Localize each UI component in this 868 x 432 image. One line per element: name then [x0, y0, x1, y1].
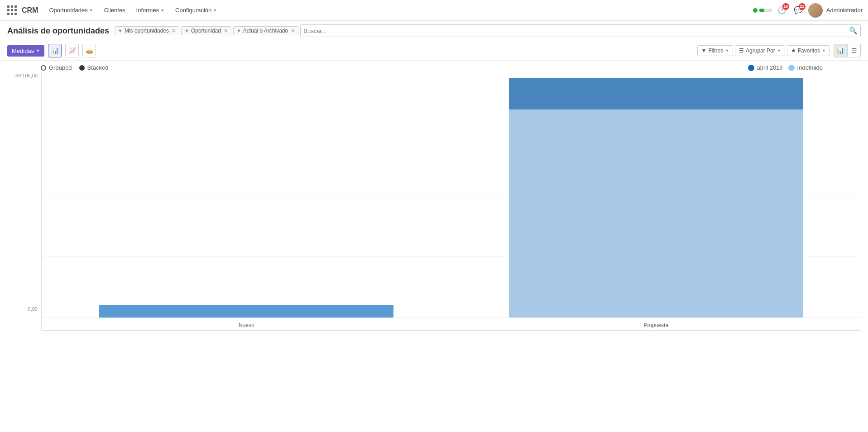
medidas-arrow-icon: ▼ — [36, 48, 40, 53]
chart-legend-row: Grouped Stacked abril 2019 Indefinido — [0, 61, 868, 73]
chart-view-switch-btn[interactable]: 📊 — [834, 44, 847, 57]
chart-inner: Nuevo Propuesta — [41, 73, 861, 331]
search-input[interactable] — [303, 28, 849, 34]
nav-arrow-icon: ▼ — [89, 8, 93, 13]
nav-configuracion[interactable]: Configuración ▼ — [171, 0, 221, 21]
admin-name: Administrador — [826, 7, 863, 14]
grouped-dot — [41, 65, 46, 71]
filter-tag-oportunidad: ▼ Oportunidad ✕ — [181, 26, 231, 35]
legend-stacked[interactable]: Stacked — [79, 64, 109, 71]
bar-label-nuevo: Nuevo — [239, 322, 254, 328]
status-bar — [759, 9, 772, 12]
notifications-btn[interactable]: 🕐 16 — [776, 4, 788, 17]
search-box[interactable]: 🔍 — [300, 24, 861, 37]
grid-menu-icon[interactable] — [5, 4, 18, 17]
bar-group-nuevo: Nuevo — [42, 305, 451, 318]
filter-tag-actual: ▼ Actual o Archivado ✕ — [233, 26, 298, 35]
bar-label-propuesta: Propuesta — [643, 322, 668, 328]
bar-chart-view-btn[interactable]: 📊 — [48, 44, 62, 57]
toolbar: Medidas ▼ 📊 📈 🥧 ▼ Filtros ▼ ☰ Agrupar Po… — [0, 41, 868, 61]
y-zero-label: 0,00 — [28, 306, 38, 312]
filter-funnel-icon-2: ▼ — [184, 28, 189, 33]
legend-abril-item: abril 2019 — [748, 64, 783, 71]
abril-label: abril 2019 — [757, 64, 783, 71]
chart-bars: Nuevo Propuesta — [42, 73, 861, 330]
nav-arrow-icon-3: ▼ — [213, 8, 217, 13]
navbar: CRM Oportunidades ▼ Clientes Informes ▼ … — [0, 0, 868, 21]
filter-funnel-icon-3: ▼ — [236, 28, 241, 33]
filter-close-1[interactable]: ✕ — [172, 28, 176, 34]
filter-funnel-icon-1: ▼ — [118, 28, 123, 33]
stacked-dot — [79, 65, 85, 71]
agrupar-button[interactable]: ☰ Agrupar Por ▼ — [735, 45, 785, 56]
filter-close-2[interactable]: ✕ — [224, 28, 228, 34]
navbar-right: 🕐 16 💬 21 Administrador — [753, 3, 863, 18]
chart-container: 69.105,00 0,00 Nuevo — [7, 73, 861, 331]
legend-indefinido-item: Indefinido — [788, 64, 823, 71]
star-icon: ★ — [791, 47, 796, 54]
search-button[interactable]: 🔍 — [849, 27, 858, 35]
filtros-button[interactable]: ▼ Filtros ▼ — [697, 45, 733, 56]
notification-badge-1: 16 — [782, 3, 789, 10]
bar-group-propuesta: Propuesta — [451, 78, 861, 318]
chart-legend-right: abril 2019 Indefinido — [748, 64, 828, 71]
bar-fill-propuesta-dark — [509, 78, 803, 109]
status-bar-fill — [759, 9, 764, 12]
bar-propuesta[interactable]: Propuesta — [509, 78, 803, 318]
page-header: Análisis de oportunidades ▼ Mis oportuni… — [0, 21, 868, 41]
pie-chart-view-btn[interactable]: 🥧 — [82, 44, 96, 57]
filter-group: ▼ Filtros ▼ ☰ Agrupar Por ▼ ★ Favoritos … — [697, 44, 830, 57]
line-chart-icon: 📈 — [68, 47, 76, 54]
app-brand[interactable]: CRM — [22, 6, 38, 14]
view-switch: 📊 ☰ — [834, 44, 861, 57]
bar-fill-propuesta-light — [509, 109, 803, 318]
nav-informes[interactable]: Informes ▼ — [132, 0, 169, 21]
nav-clientes[interactable]: Clientes — [100, 0, 130, 21]
agrupar-arrow: ▼ — [777, 48, 781, 53]
toolbar-right: ▼ Filtros ▼ ☰ Agrupar Por ▼ ★ Favoritos … — [697, 44, 861, 57]
line-chart-view-btn[interactable]: 📈 — [65, 44, 79, 57]
indefinido-color-dot — [788, 65, 795, 71]
grouped-label: Grouped — [49, 64, 72, 71]
group-icon: ☰ — [739, 47, 744, 54]
pie-chart-icon: 🥧 — [86, 47, 93, 54]
filter-icon-toolbar: ▼ — [701, 47, 707, 54]
legend-grouped[interactable]: Grouped — [41, 64, 72, 71]
bar-nuevo[interactable]: Nuevo — [99, 305, 393, 318]
bar-fill-nuevo — [99, 305, 393, 318]
filter-close-3[interactable]: ✕ — [291, 28, 295, 34]
filtros-arrow: ▼ — [725, 48, 729, 53]
y-max-label: 69.105,00 — [15, 73, 38, 78]
page-title: Análisis de oportunidades — [7, 26, 109, 36]
abril-color-dot — [748, 65, 754, 71]
user-avatar[interactable] — [808, 3, 823, 18]
list-view-switch-btn[interactable]: ☰ — [847, 44, 861, 57]
avatar-image — [808, 3, 823, 18]
filter-tag-mis-oportunidades: ▼ Mis oportunidades ✕ — [115, 26, 179, 35]
indefinido-label: Indefinido — [797, 64, 823, 71]
medidas-button[interactable]: Medidas ▼ — [7, 45, 44, 57]
messages-btn[interactable]: 💬 21 — [792, 4, 805, 17]
notification-badge-2: 21 — [799, 3, 806, 10]
favoritos-button[interactable]: ★ Favoritos ▼ — [787, 45, 830, 56]
favoritos-arrow: ▼ — [822, 48, 826, 53]
y-axis: 69.105,00 0,00 — [7, 73, 41, 331]
nav-oportunidades[interactable]: Oportunidades ▼ — [44, 0, 97, 21]
list-icon: ☰ — [851, 47, 857, 54]
bar-chart-icon: 📊 — [51, 47, 59, 54]
filter-tags: ▼ Mis oportunidades ✕ ▼ Oportunidad ✕ ▼ … — [115, 24, 861, 37]
chart-icon: 📊 — [837, 47, 844, 54]
nav-arrow-icon-2: ▼ — [160, 8, 164, 13]
status-indicator — [753, 8, 758, 13]
stacked-label: Stacked — [87, 64, 109, 71]
